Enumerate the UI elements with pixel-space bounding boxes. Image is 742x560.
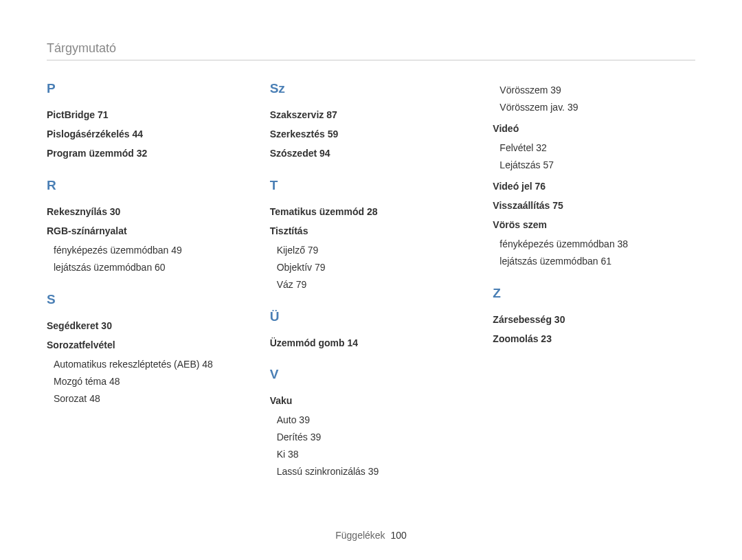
index-subentry: fényképezés üzemmódban 38 <box>499 238 695 251</box>
index-entry: Vörös szem <box>493 219 695 231</box>
index-columns: P PictBridge 71 Pislogásérzékelés 44 Pro… <box>47 81 695 482</box>
column-3: Vörösszem 39 Vörösszem jav. 39 Videó Fel… <box>493 81 695 482</box>
index-entry: Segédkeret 30 <box>47 320 249 332</box>
index-subentry: Ki 38 <box>277 448 473 461</box>
letter-heading: P <box>47 81 249 96</box>
index-entry: PictBridge 71 <box>47 109 249 121</box>
index-entry: Tematikus üzemmód 28 <box>270 205 473 218</box>
index-entry: Szószedet 94 <box>270 147 473 159</box>
index-entry: Zársebesség 30 <box>493 313 695 326</box>
index-entry: Program üzemmód 32 <box>47 147 249 159</box>
index-subentry: Derítés 39 <box>277 431 473 444</box>
page-footer: Függelékek 100 <box>0 530 742 541</box>
index-entry: RGB-színárnyalat <box>47 225 249 237</box>
index-subentry: Vörösszem 39 <box>499 84 695 97</box>
index-subentry: lejátszás üzemmódban 61 <box>499 255 695 268</box>
index-entry: Visszaállítás 75 <box>493 199 695 212</box>
index-subentry: Vörösszem jav. 39 <box>499 101 695 114</box>
index-entry: Pislogásérzékelés 44 <box>47 128 249 140</box>
index-subentry: Automatikus rekeszléptetés (AEB) 48 <box>54 358 249 371</box>
letter-heading: Sz <box>270 81 473 96</box>
index-subentry: Mozgó téma 48 <box>54 375 249 388</box>
index-entry: Tisztítás <box>270 225 473 237</box>
index-entry: Szerkesztés 59 <box>270 128 473 140</box>
letter-heading: Z <box>493 286 695 301</box>
index-entry: Üzemmód gomb 14 <box>270 337 473 349</box>
index-subentry: Sorozat 48 <box>54 392 249 405</box>
footer-page-number: 100 <box>390 530 406 541</box>
index-subentry: fényképezés üzemmódban 49 <box>54 244 249 257</box>
column-1: P PictBridge 71 Pislogásérzékelés 44 Pro… <box>47 81 249 482</box>
index-subentry: Auto 39 <box>277 414 473 427</box>
index-subentry: Objektív 79 <box>277 261 473 274</box>
letter-heading: V <box>270 367 473 382</box>
footer-label: Függelékek <box>335 530 385 541</box>
index-entry: Videó jel 76 <box>493 180 695 192</box>
index-entry: Videó <box>493 122 695 135</box>
index-subentry: Kijelző 79 <box>277 244 473 257</box>
index-subentry: Felvétel 32 <box>499 142 695 155</box>
index-entry: Vaku <box>270 394 473 407</box>
index-subentry: lejátszás üzemmódban 60 <box>54 261 249 274</box>
column-2: Sz Szakszerviz 87 Szerkesztés 59 Szószed… <box>270 81 473 482</box>
index-subentry: Lassú szinkronizálás 39 <box>277 465 473 478</box>
letter-heading: Ü <box>270 309 473 324</box>
page-title: Tárgymutató <box>47 41 695 60</box>
letter-heading: T <box>270 178 473 193</box>
index-subentry: Lejátszás 57 <box>499 159 695 172</box>
index-entry: Zoomolás 23 <box>493 333 695 345</box>
index-entry: Szakszerviz 87 <box>270 109 473 121</box>
index-entry: Sorozatfelvétel <box>47 339 249 351</box>
index-subentry: Váz 79 <box>277 278 473 291</box>
index-entry: Rekesznyílás 30 <box>47 205 249 218</box>
letter-heading: S <box>47 292 249 307</box>
letter-heading: R <box>47 178 249 193</box>
